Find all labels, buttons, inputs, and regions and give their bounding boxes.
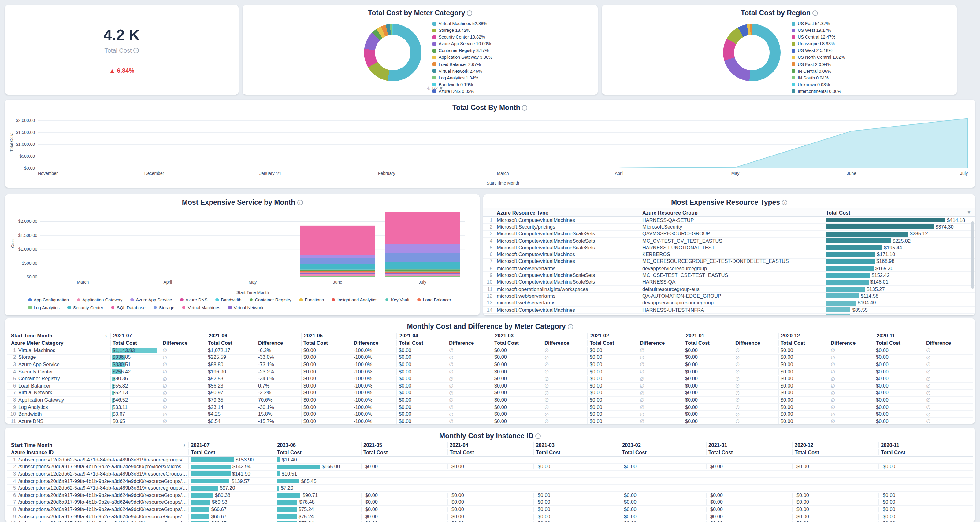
- cost-subheader[interactable]: Total Cost: [111, 340, 161, 346]
- difference-subheader[interactable]: Difference: [924, 340, 970, 346]
- info-icon[interactable]: i: [567, 324, 573, 330]
- legend-item[interactable]: US North Central 1.82%: [792, 55, 845, 60]
- legend-item[interactable]: Load Balancer 2.67%: [433, 62, 492, 67]
- column-header-instance-id[interactable]: Azure Instance ID: [7, 449, 188, 455]
- legend-item[interactable]: Storage 13.42%: [433, 27, 492, 33]
- cost-subheader[interactable]: Total Cost: [588, 340, 638, 346]
- month-header[interactable]: 2021-05: [361, 442, 447, 448]
- table-row[interactable]: 8/subscriptions/20d6a917-99fa-4b1b-9b2e-…: [7, 506, 973, 513]
- difference-subheader[interactable]: Difference: [733, 340, 779, 346]
- month-header[interactable]: 2021-02: [587, 333, 683, 339]
- table-row[interactable]: 2Storage$336.85∅$225.59-33.0%$0.00-100.0…: [7, 354, 973, 361]
- table-row[interactable]: 9Microsoft.Compute/virtualMachineScaleSe…: [483, 272, 975, 279]
- info-icon[interactable]: i: [297, 200, 302, 205]
- table-row[interactable]: 4/subscriptions/20d6a917-99fa-4b1b-9b2e-…: [7, 478, 973, 485]
- legend-item[interactable]: Key Vault: [385, 297, 409, 303]
- month-header[interactable]: 2020-12: [778, 333, 873, 339]
- region-donut-chart[interactable]: [723, 24, 781, 81]
- table-row[interactable]: 6Microsoft.Compute/virtualMachinesKERBER…: [483, 252, 975, 259]
- cost-subheader[interactable]: Total Cost: [792, 449, 878, 455]
- legend-item[interactable]: US East 2 0.94%: [792, 62, 845, 67]
- legend-item[interactable]: Azure DNS: [180, 297, 207, 303]
- column-header-resource-group[interactable]: Azure Resource Group: [642, 209, 826, 216]
- meter-category-donut-chart[interactable]: [364, 24, 422, 81]
- legend-item[interactable]: Functions: [299, 297, 324, 303]
- legend-item[interactable]: US Central 12.47%: [792, 34, 845, 40]
- table-row[interactable]: 9/subscriptions/20d6a917-99fa-4b1b-9b2e-…: [7, 513, 973, 520]
- month-header[interactable]: 2021-04: [396, 333, 492, 339]
- legend-item[interactable]: US West 19.17%: [792, 27, 845, 33]
- legend-item[interactable]: Unknown 0.03%: [792, 82, 845, 87]
- difference-subheader[interactable]: Difference: [638, 340, 683, 346]
- info-icon[interactable]: i: [467, 10, 473, 16]
- legend-item[interactable]: Azure App Service 10.00%: [433, 41, 492, 47]
- column-header-meter-category[interactable]: Azure Meter Category: [7, 340, 110, 346]
- cost-subheader[interactable]: Total Cost: [275, 449, 361, 455]
- cost-subheader[interactable]: Total Cost: [302, 340, 352, 346]
- cost-subheader[interactable]: Total Cost: [878, 449, 965, 455]
- table-row[interactable]: 2Microsoft.Security/pricingsMicrosoft.Se…: [483, 224, 975, 231]
- month-header[interactable]: 2021-06: [205, 333, 301, 339]
- legend-item[interactable]: Security Center: [68, 305, 103, 310]
- legend-item[interactable]: Log Analytics: [28, 305, 60, 310]
- table-row[interactable]: 15Microsoft.Compute/virtualMachinesBUILD…: [483, 314, 975, 316]
- cost-subheader[interactable]: Total Cost: [874, 340, 924, 346]
- legend-item[interactable]: Security Center 10.82%: [433, 34, 492, 40]
- table-row[interactable]: 4Microsoft.Compute/virtualMachineScaleSe…: [483, 238, 975, 245]
- cost-subheader[interactable]: Total Cost: [706, 449, 792, 455]
- scroll-left-icon[interactable]: ›: [183, 443, 185, 447]
- difference-subheader[interactable]: Difference: [829, 340, 874, 346]
- table-row[interactable]: 5/subscriptions/12d2db62-5aa9-471d-84bb-…: [7, 485, 973, 492]
- cost-subheader[interactable]: Total Cost: [206, 340, 256, 346]
- table-row[interactable]: 1/subscriptions/12d2db62-5aa9-471d-84bb-…: [7, 457, 973, 463]
- table-row[interactable]: 8Application Gateway$46.52∅$79.3570.6%$0…: [7, 397, 973, 404]
- legend-item[interactable]: Container Registry: [250, 297, 291, 303]
- vertical-scrollbar[interactable]: [971, 221, 974, 289]
- legend-item[interactable]: US East 51.37%: [792, 21, 845, 26]
- legend-item[interactable]: Unassigned 8.93%: [792, 41, 845, 47]
- service-by-month-bar-chart[interactable]: $0.00$500.00$1,000.00$1,500.00$2,000.00M…: [9, 206, 471, 297]
- month-header[interactable]: 2021-02: [620, 442, 706, 448]
- table-row[interactable]: 10Bandwidth$3.67∅$4.2515.8%$0.00-100.0%$…: [7, 411, 973, 418]
- cost-subheader[interactable]: Total Cost: [620, 449, 706, 455]
- cost-subheader[interactable]: Total Cost: [188, 449, 275, 455]
- total-cost-by-month-area-chart[interactable]: $0.00$500.00$1,000.00$1,500.00$2,000.00N…: [7, 112, 973, 186]
- column-menu-icon[interactable]: ▾: [968, 209, 970, 215]
- legend-item[interactable]: Load Balancer: [417, 297, 451, 303]
- table-row[interactable]: 7Microsoft.Compute/virtualMachinesMC_CER…: [483, 259, 975, 266]
- table-row[interactable]: 6/subscriptions/20d6a917-99fa-4b1b-9b2e-…: [7, 492, 973, 499]
- legend-item[interactable]: Virtual Network 2.46%: [433, 68, 492, 74]
- table-row[interactable]: 9Log Analytics$33.11∅$23.14-30.1%$0.00-1…: [7, 404, 973, 411]
- table-row[interactable]: 5Container Registry$80.36∅$52.53-34.6%$0…: [7, 376, 973, 382]
- table-row[interactable]: 3Azure App Service$330.51∅$88.80-73.1%$0…: [7, 361, 973, 368]
- table-row[interactable]: 14Microsoft.Compute/virtualMachinesHARNE…: [483, 307, 975, 314]
- table-row[interactable]: 8microsoft.web/serverfarmsdevappservicer…: [483, 265, 975, 272]
- cost-subheader[interactable]: Total Cost: [683, 340, 733, 346]
- difference-subheader[interactable]: Difference: [352, 340, 397, 346]
- table-row[interactable]: 10/subscriptions/20d6a917-99fa-4b1b-9b2e…: [7, 520, 973, 522]
- difference-subheader[interactable]: Difference: [542, 340, 588, 346]
- month-header[interactable]: 2021-07: [188, 442, 275, 448]
- cost-subheader[interactable]: Total Cost: [779, 340, 829, 346]
- table-row[interactable]: 3/subscriptions/12d2db62-5aa9-471d-84bb-…: [7, 471, 973, 478]
- difference-subheader[interactable]: Difference: [161, 340, 206, 346]
- info-icon[interactable]: i: [782, 200, 787, 205]
- table-row[interactable]: 12microsoft.web/serverfarmsQA-AUTOMATION…: [483, 293, 975, 300]
- cost-subheader[interactable]: Total Cost: [492, 340, 542, 346]
- table-row[interactable]: 11microsoft.operationalinsights/workspac…: [483, 286, 975, 293]
- legend-item[interactable]: Storage: [154, 305, 174, 310]
- month-header[interactable]: 2021-04: [447, 442, 533, 448]
- legend-item[interactable]: Application Gateway: [77, 297, 123, 303]
- table-row[interactable]: 7/subscriptions/20d6a917-99fa-4b1b-9b2e-…: [7, 499, 973, 506]
- column-header-resource-type[interactable]: Azure Resource Type: [495, 209, 642, 216]
- legend-item[interactable]: Application Gateway 3.00%: [433, 55, 492, 60]
- difference-subheader[interactable]: Difference: [256, 340, 302, 346]
- table-row[interactable]: 11Azure DNS$0.65∅$0.54-15.7%$0.00-100.0%…: [7, 418, 973, 424]
- legend-item[interactable]: App Configuration: [28, 297, 69, 303]
- table-row[interactable]: 1Microsoft.Compute/virtualMachinesHARNES…: [483, 217, 975, 224]
- legend-item[interactable]: Container Registry 3.17%: [433, 48, 492, 54]
- month-header[interactable]: 2021-05: [301, 333, 396, 339]
- legend-item[interactable]: Intercontinental 0.00%: [792, 89, 845, 94]
- table-row[interactable]: 1Virtual Machines$1,143.93∅$1,072.17-6.3…: [7, 347, 973, 354]
- cost-subheader[interactable]: Total Cost: [533, 449, 620, 455]
